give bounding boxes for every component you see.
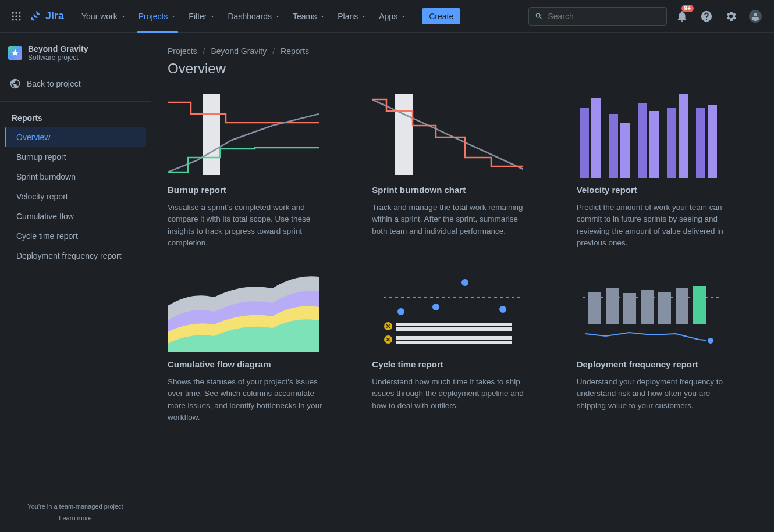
card-desc: Predict the amount of work your team can… [577,202,740,249]
report-card-cycle-time[interactable]: Cycle time report Understand how much ti… [372,265,535,423]
svg-rect-10 [203,94,220,175]
card-desc: Shows the statuses of your project's iss… [168,376,331,423]
sidebar-item-sprint-burndown[interactable]: Sprint burndown [5,167,146,187]
notifications-button[interactable]: 9+ [673,7,691,26]
svg-point-23 [397,308,404,315]
cumulative-flow-thumbnail [168,265,319,352]
chevron-down-icon [120,13,127,20]
deployment-frequency-thumbnail [577,265,728,352]
report-card-cumulative-flow[interactable]: Cumulative flow diagram Shows the status… [168,265,331,423]
logo-text: Jira [45,10,64,22]
sidebar-item-cycle-time[interactable]: Cycle time report [5,226,146,246]
svg-point-25 [461,279,468,286]
chevron-down-icon [170,13,177,20]
back-to-project-link[interactable]: Back to project [0,72,151,95]
breadcrumb-reports[interactable]: Reports [281,47,309,56]
card-desc: Understand your deployment frequency to … [577,376,740,412]
nav-your-work[interactable]: Your work [76,0,133,33]
page-title: Overview [168,60,758,77]
chevron-down-icon [319,13,326,20]
breadcrumb-project-name[interactable]: Beyond Gravity [211,47,267,56]
svg-rect-21 [708,105,717,178]
divider [0,101,151,102]
sidebar: Beyond Gravity Software project Back to … [0,33,151,532]
svg-point-2 [19,12,20,13]
nav-dashboards[interactable]: Dashboards [222,0,287,33]
app-switcher-icon[interactable] [9,9,23,23]
report-card-deployment-frequency[interactable]: Deployment frequency report Understand y… [577,265,740,423]
nav-filter[interactable]: Filter [183,0,222,33]
project-name: Beyond Gravity [28,44,88,53]
svg-rect-14 [609,114,618,178]
report-card-velocity[interactable]: Velocity report Predict the amount of wo… [577,91,740,249]
svg-rect-34 [588,292,601,324]
sidebar-section-reports: Reports [0,109,151,127]
sidebar-item-deployment-frequency[interactable]: Deployment frequency report [5,246,146,266]
svg-rect-19 [679,94,688,178]
svg-rect-12 [580,108,589,178]
svg-rect-17 [649,111,659,178]
nav-apps[interactable]: Apps [373,0,413,33]
svg-point-26 [499,306,506,313]
sidebar-item-burnup[interactable]: Burnup report [5,147,146,167]
svg-rect-38 [658,292,671,324]
top-navigation: Jira Your work Projects Filter Dashboard… [0,0,774,33]
sidebar-footer: You're in a team-managed project Learn m… [0,492,151,532]
project-type: Software project [28,53,88,62]
svg-rect-13 [591,98,601,178]
nav-plans[interactable]: Plans [332,0,373,33]
chevron-down-icon [209,13,216,20]
card-title: Cumulative flow diagram [168,359,331,369]
svg-rect-39 [676,288,688,324]
chevron-down-icon [274,13,281,20]
search-box[interactable] [528,7,667,26]
jira-logo[interactable]: Jira [30,10,64,23]
search-input[interactable] [548,12,661,21]
breadcrumb-projects[interactable]: Projects [168,47,197,56]
svg-point-24 [432,304,439,310]
avatar-icon [748,9,762,23]
report-card-sprint-burndown[interactable]: Sprint burndown chart Track and manage t… [372,91,535,249]
learn-more-link[interactable]: Learn more [6,515,145,522]
card-title: Cycle time report [372,359,535,369]
card-title: Burnup report [168,185,331,195]
project-header: Beyond Gravity Software project [0,44,151,72]
cycle-time-thumbnail [372,265,523,352]
svg-point-7 [15,19,17,20]
search-icon [535,12,543,21]
svg-point-0 [12,12,14,13]
profile-button[interactable] [746,7,765,26]
nav-teams[interactable]: Teams [287,0,332,33]
svg-point-3 [12,15,14,17]
svg-rect-18 [667,108,676,178]
burnup-thumbnail [168,91,319,178]
card-desc: Visualise a sprint's completed work and … [168,202,331,249]
help-button[interactable] [697,7,716,26]
svg-rect-20 [696,108,705,178]
svg-point-4 [15,15,17,17]
back-label: Back to project [27,79,81,88]
sidebar-item-cumulative-flow[interactable]: Cumulative flow [5,206,146,226]
card-title: Deployment frequency report [577,359,740,369]
svg-rect-35 [606,288,619,324]
breadcrumb: Projects / Beyond Gravity / Reports [168,47,758,56]
create-button[interactable]: Create [422,8,460,24]
settings-button[interactable] [722,7,740,26]
svg-rect-11 [395,94,413,175]
card-desc: Track and manage the total work remainin… [372,202,535,237]
card-title: Velocity report [577,185,740,195]
svg-rect-36 [623,293,636,324]
svg-rect-37 [641,290,654,324]
svg-rect-15 [620,123,630,178]
svg-rect-40 [693,286,706,324]
sidebar-item-overview[interactable]: Overview [5,127,146,147]
sidebar-item-velocity[interactable]: Velocity report [5,187,146,206]
gear-icon [725,10,737,23]
nav-projects[interactable]: Projects [133,0,183,33]
chevron-down-icon [400,13,407,20]
velocity-thumbnail [577,91,728,178]
sprint-burndown-thumbnail [372,91,523,178]
svg-point-8 [19,19,20,20]
main-content: Projects / Beyond Gravity / Reports Over… [151,33,774,532]
report-card-burnup[interactable]: Burnup report Visualise a sprint's compl… [168,91,331,249]
